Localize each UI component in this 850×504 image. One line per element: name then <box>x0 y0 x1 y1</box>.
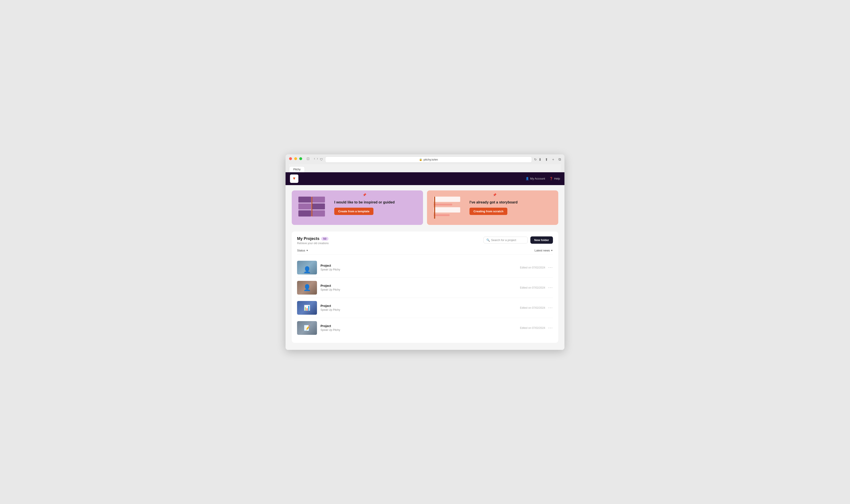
minimize-button[interactable] <box>294 157 297 160</box>
shield-icon: 🛡 <box>320 158 323 161</box>
project-more-menu[interactable]: ··· <box>548 326 553 330</box>
help-icon: ❓ <box>550 177 553 180</box>
project-thumbnail <box>297 321 317 335</box>
project-thumbnail <box>297 281 317 294</box>
sort-filter[interactable]: Latest news ▼ <box>535 249 553 252</box>
active-tab[interactable]: Pitchy <box>289 166 305 172</box>
scratch-hero-card: 📌 I've already got a storyboard Creating <box>427 191 558 225</box>
projects-section: My Projects 50 Retrieve your old creatio… <box>292 232 558 343</box>
nav-right: 👤 My Account ❓ Help <box>525 177 560 180</box>
search-icon: 🔍 <box>486 238 490 242</box>
project-more-menu[interactable]: ··· <box>548 285 553 290</box>
template-illustration <box>298 197 329 219</box>
download-icon[interactable]: ⬇ <box>539 158 541 162</box>
projects-title-area: My Projects 50 Retrieve your old creatio… <box>297 236 329 245</box>
project-thumbnail <box>297 261 317 274</box>
projects-title: My Projects 50 <box>297 236 329 241</box>
scratch-illustration <box>434 197 465 219</box>
close-button[interactable] <box>289 157 292 160</box>
project-more-menu[interactable]: ··· <box>548 305 553 310</box>
project-date: Edited on 07/02/2024 <box>520 266 545 269</box>
project-info: Project Speak Up Pitchy <box>320 264 516 271</box>
project-list-item: Project Speak Up Pitchy Edited on 07/02/… <box>297 298 553 318</box>
browser-window-controls: ⊡ ‹ › <box>289 157 318 161</box>
share-icon[interactable]: ⬆ <box>545 158 548 162</box>
project-list-item: Project Speak Up Pitchy Edited on 07/02/… <box>297 278 553 298</box>
browser-chrome: ⊡ ‹ › 🛡 🔒 pitchy.io/en ↻ ⬇ ⬆ ＋ ⧉ <box>285 155 565 172</box>
help-label: Help <box>554 177 560 180</box>
project-list-item: Project Speak Up Pitchy Edited on 07/02/… <box>297 258 553 278</box>
search-placeholder-text: Search for a project <box>491 238 516 242</box>
help-link[interactable]: ❓ Help <box>550 177 560 180</box>
project-list: Project Speak Up Pitchy Edited on 07/02/… <box>297 258 553 338</box>
projects-header: My Projects 50 Retrieve your old creatio… <box>297 236 553 245</box>
forward-icon[interactable]: › <box>317 157 318 161</box>
project-date: Edited on 07/02/2024 <box>520 286 545 289</box>
project-subtitle: Speak Up Pitchy <box>320 308 516 311</box>
project-subtitle: Speak Up Pitchy <box>320 328 516 331</box>
template-hero-card: 📌 I would like to be in <box>292 191 423 225</box>
scratch-hero-text: I've already got a storyboard Creating f… <box>469 200 552 215</box>
project-meta: Edited on 07/02/2024 ··· <box>520 326 553 330</box>
url-text: pitchy.io/en <box>423 158 438 161</box>
search-project-input[interactable]: 🔍 Search for a project <box>483 237 528 244</box>
tab-label: Pitchy <box>293 168 300 171</box>
project-thumbnail <box>297 301 317 315</box>
projects-controls: 🔍 Search for a project New folder <box>483 236 553 244</box>
project-date: Edited on 07/02/2024 <box>520 326 545 329</box>
projects-count: 50 <box>321 237 328 240</box>
back-icon[interactable]: ‹ <box>314 157 315 161</box>
my-account-label: My Account <box>530 177 545 180</box>
main-content: 📌 I would like to be in <box>285 185 565 350</box>
logo-icon: ▼ <box>292 176 296 181</box>
project-list-item: Project Speak Up Pitchy Edited on 07/02/… <box>297 318 553 338</box>
logo-area: ▼ <box>290 175 298 183</box>
project-name: Project <box>320 304 516 308</box>
hero-cards-row: 📌 I would like to be in <box>292 191 558 225</box>
tab-bar: Pitchy <box>289 164 561 172</box>
project-name: Project <box>320 284 516 288</box>
project-subtitle: Speak Up Pitchy <box>320 288 516 291</box>
app-content: ▼ 👤 My Account ❓ Help 📌 <box>285 172 565 350</box>
project-info: Project Speak Up Pitchy <box>320 284 516 291</box>
pin-icon-left: 📌 <box>363 193 366 197</box>
project-meta: Edited on 07/02/2024 ··· <box>520 305 553 310</box>
project-name: Project <box>320 324 516 328</box>
create-from-scratch-button[interactable]: Creating from scratch <box>469 208 507 215</box>
create-from-template-button[interactable]: Create from a template <box>334 208 374 215</box>
pin-icon-right: 📌 <box>493 193 497 197</box>
my-account-link[interactable]: 👤 My Account <box>525 177 545 180</box>
address-bar[interactable]: 🔒 pitchy.io/en <box>325 157 532 163</box>
projects-subtitle: Retrieve your old creations <box>297 242 329 245</box>
refresh-icon[interactable]: ↻ <box>534 158 537 161</box>
tabs-icon[interactable]: ⧉ <box>558 158 561 161</box>
browser-toolbar: ⬇ ⬆ ＋ ⧉ <box>539 157 561 162</box>
project-info: Project Speak Up Pitchy <box>320 324 516 331</box>
user-icon: 👤 <box>525 177 529 180</box>
filters-row: Status ▼ Latest news ▼ <box>297 249 553 254</box>
project-date: Edited on 07/02/2024 <box>520 306 545 309</box>
sort-chevron-down-icon: ▼ <box>551 249 553 252</box>
project-name: Project <box>320 264 516 267</box>
scratch-hero-heading: I've already got a storyboard <box>469 200 552 205</box>
project-meta: Edited on 07/02/2024 ··· <box>520 285 553 290</box>
project-meta: Edited on 07/02/2024 ··· <box>520 265 553 270</box>
template-hero-heading: I would like to be inspired or guided <box>334 200 416 205</box>
new-tab-icon[interactable]: ＋ <box>551 157 555 162</box>
template-hero-text: I would like to be inspired or guided Cr… <box>334 200 416 215</box>
top-navigation: ▼ 👤 My Account ❓ Help <box>285 172 565 185</box>
status-filter[interactable]: Status ▼ <box>297 249 308 252</box>
project-more-menu[interactable]: ··· <box>548 265 553 270</box>
browser-window: ⊡ ‹ › 🛡 🔒 pitchy.io/en ↻ ⬇ ⬆ ＋ ⧉ <box>285 155 565 350</box>
lock-icon: 🔒 <box>419 158 422 161</box>
sort-label: Latest news <box>535 249 550 252</box>
sidebar-toggle-icon[interactable]: ⊡ <box>307 157 310 161</box>
project-info: Project Speak Up Pitchy <box>320 304 516 311</box>
app-logo[interactable]: ▼ <box>290 175 298 183</box>
status-filter-label: Status <box>297 249 305 252</box>
new-folder-button[interactable]: New folder <box>531 236 553 244</box>
chevron-down-icon: ▼ <box>306 249 308 252</box>
project-subtitle: Speak Up Pitchy <box>320 268 516 271</box>
maximize-button[interactable] <box>299 157 302 160</box>
